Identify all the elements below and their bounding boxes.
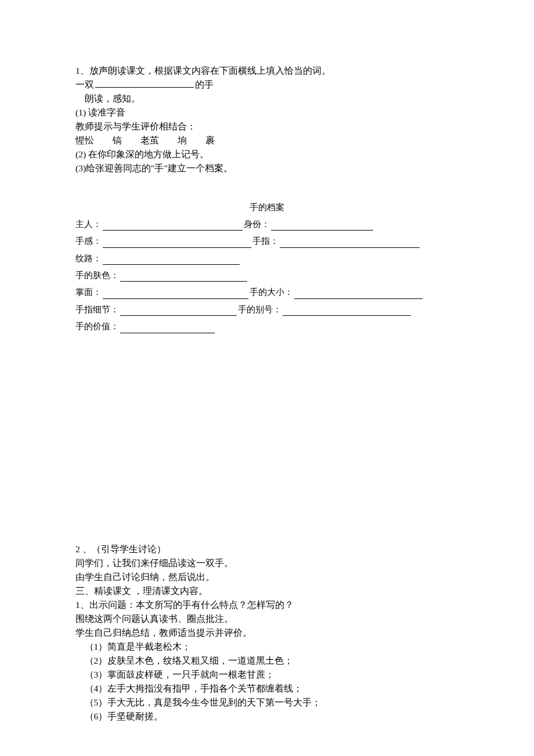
- blank-identity[interactable]: [271, 222, 373, 231]
- s2-item3: （3）掌面鼓皮样硬，一只手就向一根老甘蔗；: [75, 668, 459, 682]
- label-texture: 纹路：: [75, 252, 102, 265]
- s1-line4: (1) 读准字音: [75, 106, 459, 120]
- blank-texture[interactable]: [103, 256, 240, 265]
- blank-detail[interactable]: [120, 307, 237, 316]
- blank-size[interactable]: [294, 290, 423, 299]
- label-owner: 主人：: [75, 218, 102, 231]
- label-palm: 掌面：: [75, 286, 102, 298]
- s1-line7: (2) 在你印象深的地方做上记号。: [75, 147, 459, 161]
- label-nickname: 手的别号：: [238, 303, 282, 316]
- s2-line7: 学生自己归纳总结，教师适当提示并评价。: [75, 626, 459, 640]
- s2-item1: （1）简直是半截老松木；: [75, 640, 459, 654]
- s1-line2-prefix: 一双: [75, 80, 94, 89]
- blank-hand-adj[interactable]: [95, 78, 194, 88]
- s1-line1: 1、放声朗读课文，根据课文内容在下面横线上填入恰当的词。: [75, 64, 459, 78]
- label-skin: 手的肤色：: [75, 269, 119, 282]
- s2-line3: 由学生自己讨论归纳，然后说出。: [75, 570, 459, 584]
- label-value: 手的价值：: [75, 320, 119, 333]
- s2-line6: 围绕这两个问题认真读书、圈点批注。: [75, 612, 459, 626]
- s1-line8: (3)给张迎善同志的"手"建立一个档案。: [75, 161, 459, 175]
- s2-item5: （5）手大无比，真是我今生今世见到的天下第一号大手；: [75, 696, 459, 710]
- s1-line2: 一双的手: [75, 78, 459, 92]
- archive-title: 手的档案: [75, 201, 459, 214]
- s1-line2-suffix: 的手: [195, 80, 214, 89]
- label-detail: 手指细节：: [75, 303, 119, 316]
- s2-item2: （2）皮肤呈木色，纹络又粗又细，一道道黑土色；: [75, 654, 459, 668]
- s1-line6: 惺忪 镐 老茧 垧 裹: [75, 134, 459, 147]
- blank-palm[interactable]: [103, 290, 248, 299]
- s2-line2: 同学们，让我们来仔细品读这一双手。: [75, 556, 459, 570]
- label-feel: 手感：: [75, 235, 102, 247]
- label-size: 手的大小：: [250, 286, 293, 298]
- blank-skin[interactable]: [120, 273, 247, 282]
- s2-line1: 2 、（引导学生讨论）: [75, 542, 459, 556]
- blank-value[interactable]: [120, 324, 215, 333]
- s2-item4: （4）左手大拇指没有指甲，手指各个关节都缠着线；: [75, 682, 459, 696]
- s1-line3: 朗读，感知。: [75, 92, 459, 106]
- label-finger: 手指：: [252, 235, 279, 247]
- s2-line4: 三、精读课文 ，理清课文内容。: [75, 584, 459, 598]
- blank-finger[interactable]: [280, 239, 420, 248]
- blank-nickname[interactable]: [283, 307, 411, 316]
- blank-feel[interactable]: [103, 239, 251, 248]
- s1-line5: 教师提示与学生评价相结合：: [75, 120, 459, 134]
- label-identity: 身份：: [244, 218, 270, 231]
- blank-owner[interactable]: [103, 222, 243, 231]
- s2-line5: 1、出示问题：本文所写的手有什么特点？怎样写的？: [75, 598, 459, 612]
- s2-item6: （6）手坚硬耐搓。: [75, 710, 459, 723]
- hand-archive: 手的档案 主人： 身份： 手感： 手指： 纹路： 手的肤色：: [75, 201, 459, 333]
